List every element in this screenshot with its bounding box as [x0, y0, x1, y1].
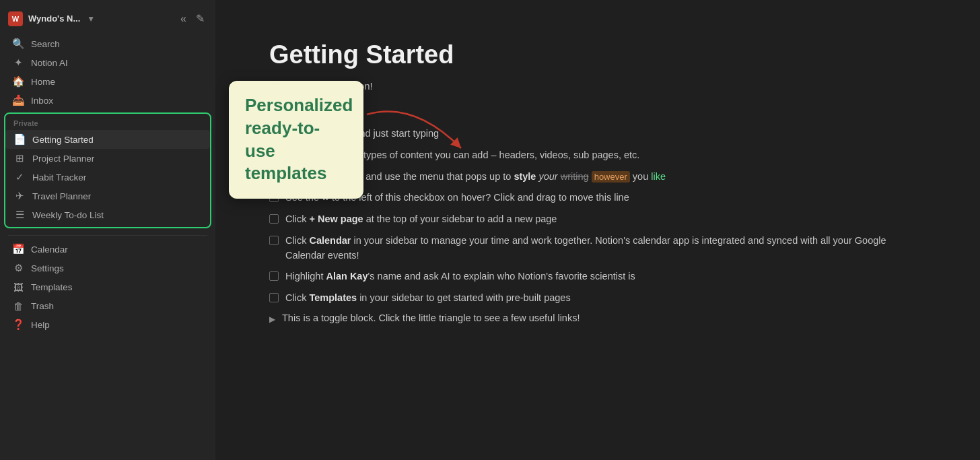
- tooltip-callout: Personalized ready-to-use templates: [229, 81, 363, 199]
- toggle-item[interactable]: ▶ This is a toggle block. Click the litt…: [269, 313, 926, 324]
- checklist-item-7: Highlight Alan Kay's name and ask AI to …: [269, 269, 926, 284]
- templates-label: Templates: [31, 282, 73, 292]
- weekly-todo-label: Weekly To-do List: [32, 210, 104, 220]
- travel-planner-label: Travel Planner: [32, 191, 91, 201]
- list-icon: ☰: [13, 209, 26, 221]
- checklist-item-6: Click Calendar in your sidebar to manage…: [269, 234, 926, 263]
- sidebar-item-search[interactable]: 🔍 Search: [4, 34, 211, 53]
- page-title: Getting Started: [269, 40, 926, 69]
- calendar-icon: 📅: [12, 243, 24, 255]
- trash-label: Trash: [31, 301, 54, 311]
- collapse-icon: «: [180, 13, 186, 25]
- checklist-text-6: Click Calendar in your sidebar to manage…: [285, 234, 926, 263]
- home-icon: 🏠: [12, 75, 24, 88]
- templates-icon: 🖼: [12, 281, 24, 293]
- workspace-selector[interactable]: W Wyndo's N... ▼: [8, 11, 95, 26]
- search-label: Search: [31, 39, 60, 49]
- toggle-text: This is a toggle block. Click the little…: [282, 313, 580, 323]
- sidebar-item-trash[interactable]: 🗑 Trash: [4, 296, 211, 315]
- checklist-item-3: Highlight any text, and use the menu tha…: [269, 170, 926, 185]
- sidebar-divider: [8, 235, 207, 236]
- habit-tracker-label: Habit Tracker: [32, 172, 86, 183]
- sidebar-item-calendar[interactable]: 📅 Calendar: [4, 240, 211, 259]
- workspace-chevron-icon: ▼: [87, 14, 95, 24]
- sidebar-item-help[interactable]: ❓ Help: [4, 315, 211, 334]
- new-page-icon: ✎: [196, 12, 205, 25]
- checklist-item-2: Hit / to see all the types of content yo…: [269, 148, 926, 163]
- checklist-item-5: Click + New page at the top of your side…: [269, 212, 926, 227]
- notion-ai-icon: ✦: [12, 57, 24, 69]
- checkbox-5[interactable]: [269, 214, 279, 224]
- grid-icon: ⊞: [13, 152, 26, 164]
- search-icon: 🔍: [12, 38, 24, 50]
- inbox-icon: 📥: [12, 94, 24, 106]
- doc-icon: 📄: [13, 133, 26, 145]
- workspace-icon: W: [8, 11, 23, 26]
- home-label: Home: [31, 77, 55, 87]
- getting-started-label: Getting Started: [32, 135, 94, 145]
- checklist-item-8: Click Templates in your sidebar to get s…: [269, 291, 926, 306]
- checklist-text-7: Highlight Alan Kay's name and ask AI to …: [285, 269, 635, 284]
- notion-ai-label: Notion AI: [31, 58, 68, 68]
- settings-label: Settings: [31, 263, 64, 273]
- sidebar-item-travel-planner[interactable]: ✈ Travel Planner: [5, 187, 210, 205]
- sidebar: W Wyndo's N... ▼ « ✎ 🔍 Search ✦ Notion A…: [0, 0, 215, 460]
- trash-icon: 🗑: [12, 300, 24, 312]
- strikethrough-text: writing: [561, 171, 589, 182]
- sidebar-header: W Wyndo's N... ▼ « ✎: [0, 5, 215, 32]
- sidebar-item-weekly-todo[interactable]: ☰ Weekly To-do List: [5, 205, 210, 224]
- checkbox-8[interactable]: [269, 293, 279, 302]
- sidebar-item-templates[interactable]: 🖼 Templates: [4, 277, 211, 296]
- welcome-line: 👋 Welcome to Notion!: [269, 80, 926, 92]
- sidebar-item-inbox[interactable]: 📥 Inbox: [4, 91, 211, 110]
- project-planner-label: Project Planner: [32, 154, 94, 164]
- toggle-arrow-icon: ▶: [269, 315, 275, 324]
- sidebar-item-notion-ai[interactable]: ✦ Notion AI: [4, 53, 211, 72]
- main-content: Getting Started 👋 Welcome to Notion! Her…: [215, 0, 980, 460]
- highlight-orange-text: however: [592, 171, 630, 183]
- workspace-name: Wyndo's N...: [28, 13, 80, 24]
- sidebar-item-habit-tracker[interactable]: ✓ Habit Tracker: [5, 168, 210, 187]
- checklist-text-8: Click Templates in your sidebar to get s…: [285, 291, 571, 306]
- help-icon: ❓: [12, 319, 24, 331]
- tooltip-text: Personalized ready-to-use templates: [245, 95, 353, 183]
- sidebar-item-project-planner[interactable]: ⊞ Project Planner: [5, 149, 210, 168]
- new-page-button[interactable]: ✎: [193, 9, 207, 28]
- highlight-green-text: like: [651, 171, 666, 182]
- sidebar-item-home[interactable]: 🏠 Home: [4, 72, 211, 91]
- check-icon: ✓: [13, 171, 26, 183]
- private-section: Private 📄 Getting Started ⊞ Project Plan…: [4, 112, 211, 228]
- private-section-label: Private: [5, 117, 210, 130]
- header-icons: « ✎: [178, 9, 207, 28]
- help-label: Help: [31, 320, 50, 330]
- checklist-item-1: Click anywhere and just start typing: [269, 127, 926, 141]
- plane-icon: ✈: [13, 190, 26, 202]
- basics-heading: Here are the basics:: [269, 106, 926, 117]
- checklist-item-4: See the ⠿ to the left of this checkbox o…: [269, 191, 926, 205]
- sidebar-item-settings[interactable]: ⚙ Settings: [4, 259, 211, 277]
- sidebar-item-getting-started[interactable]: 📄 Getting Started: [5, 130, 210, 149]
- checkbox-7[interactable]: [269, 271, 279, 281]
- calendar-label: Calendar: [31, 244, 68, 255]
- checklist-text-5: Click + New page at the top of your side…: [285, 212, 557, 227]
- inbox-label: Inbox: [31, 96, 53, 106]
- collapse-sidebar-button[interactable]: «: [178, 9, 189, 28]
- settings-icon: ⚙: [12, 262, 24, 274]
- checkbox-6[interactable]: [269, 236, 279, 245]
